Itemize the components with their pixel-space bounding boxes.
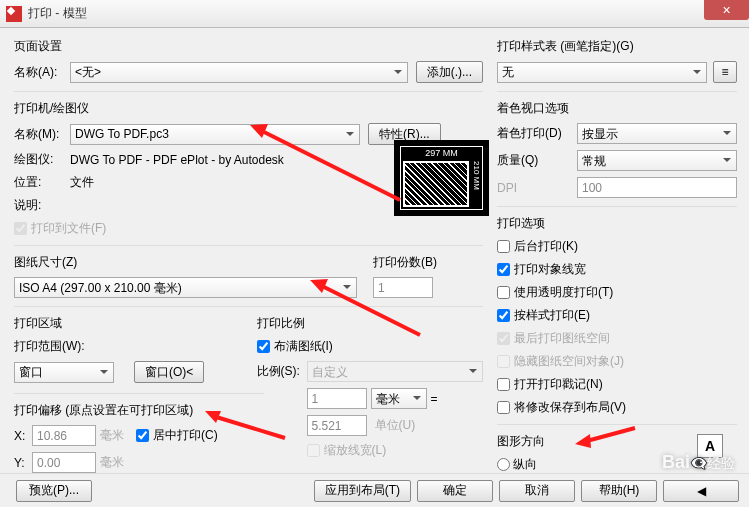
dpi-label: DPI	[497, 181, 577, 195]
apply-button[interactable]: 应用到布局(T)	[314, 480, 411, 502]
scale-lw-checkbox	[307, 444, 320, 457]
paperspace-checkbox	[497, 332, 510, 345]
lw-label: 打印对象线宽	[514, 261, 586, 278]
options-group: 打印选项 后台打印(K) 打印对象线宽 使用透明度打印(T) 按样式打印(E) …	[497, 206, 737, 416]
range-label: 打印范围(W):	[14, 338, 85, 355]
desc-label: 说明:	[14, 197, 70, 214]
style-table-edit-button[interactable]: ≡	[713, 61, 737, 83]
close-button[interactable]: ×	[704, 0, 749, 20]
plotter-value: DWG To PDF - PDF ePlot - by Autodesk	[70, 153, 284, 167]
options-title: 打印选项	[497, 215, 737, 232]
portrait-radio[interactable]	[497, 458, 510, 471]
style-label: 按样式打印(E)	[514, 307, 590, 324]
watermark: Bai👁‍🗨经验	[662, 452, 735, 473]
style-table-group: 打印样式表 (画笔指定)(G) 无 ≡	[497, 38, 737, 83]
preview-width-label: 297 MM	[401, 147, 482, 159]
name-m-label: 名称(M):	[14, 126, 70, 143]
x-input	[32, 425, 96, 446]
style-table-select[interactable]: 无	[497, 62, 707, 83]
trans-label: 使用透明度打印(T)	[514, 284, 613, 301]
shade-label: 着色打印(D)	[497, 125, 577, 142]
bg-label: 后台打印(K)	[514, 238, 578, 255]
to-file-label: 打印到文件(F)	[31, 220, 106, 237]
x-unit: 毫米	[100, 427, 124, 444]
y-label: Y:	[14, 456, 32, 470]
scale-title: 打印比例	[257, 315, 484, 332]
area-title: 打印区域	[14, 315, 241, 332]
save-label: 将修改保存到布局(V)	[514, 399, 626, 416]
page-setup-select[interactable]: <无>	[70, 62, 408, 83]
x-label: X:	[14, 429, 32, 443]
printer-title: 打印机/绘图仪	[14, 100, 483, 117]
where-value: 文件	[70, 174, 94, 191]
scale-lw-label: 缩放线宽(L)	[324, 442, 387, 459]
hideps-label: 隐藏图纸空间对象(J)	[514, 353, 624, 370]
preview-sheet-icon	[403, 161, 469, 207]
name-a-label: 名称(A):	[14, 64, 70, 81]
footer: 预览(P)... 应用到布局(T) 确定 取消 帮助(H) ◀	[0, 473, 749, 507]
bg-checkbox[interactable]	[497, 240, 510, 253]
hideps-checkbox	[497, 355, 510, 368]
fit-checkbox[interactable]	[257, 340, 270, 353]
shade-select[interactable]: 按显示	[577, 123, 737, 144]
draw-unit-label: 单位(U)	[375, 417, 416, 434]
quality-select[interactable]: 常规	[577, 150, 737, 171]
trans-checkbox[interactable]	[497, 286, 510, 299]
range-select[interactable]: 窗口	[14, 362, 114, 383]
draw-num-input	[307, 415, 367, 436]
ratio-label: 比例(S):	[257, 363, 307, 380]
ok-button[interactable]: 确定	[417, 480, 493, 502]
window-button[interactable]: 窗口(O)<	[134, 361, 204, 383]
y-unit: 毫米	[100, 454, 124, 471]
paper-size-select[interactable]: ISO A4 (297.00 x 210.00 毫米)	[14, 277, 357, 298]
to-file-checkbox	[14, 222, 27, 235]
quality-label: 质量(Q)	[497, 152, 577, 169]
collapse-button[interactable]: ◀	[663, 480, 739, 502]
preview-button[interactable]: 预览(P)...	[16, 480, 92, 502]
paper-preview: 297 MM 210 MM	[394, 140, 489, 216]
fit-label: 布满图纸(I)	[274, 338, 333, 355]
add-button[interactable]: 添加(.)...	[416, 61, 483, 83]
equals-label: =	[431, 392, 438, 406]
portrait-label: 纵向	[513, 456, 537, 473]
help-button[interactable]: 帮助(H)	[581, 480, 657, 502]
page-setup-group: 页面设置 名称(A): <无> 添加(.)...	[14, 38, 483, 83]
lw-checkbox[interactable]	[497, 263, 510, 276]
stamp-label: 打开打印戳记(N)	[514, 376, 603, 393]
ratio-select: 自定义	[307, 361, 484, 382]
paperspace-label: 最后打印图纸空间	[514, 330, 610, 347]
unit-select[interactable]: 毫米	[371, 388, 427, 409]
style-table-title: 打印样式表 (画笔指定)(G)	[497, 38, 737, 55]
viewport-group: 着色视口选项 着色打印(D) 按显示 质量(Q) 常规 DPI	[497, 91, 737, 198]
cancel-button[interactable]: 取消	[499, 480, 575, 502]
app-logo-icon	[6, 6, 22, 22]
paper-size-title: 图纸尺寸(Z)	[14, 254, 357, 271]
center-label: 居中打印(C)	[153, 427, 218, 444]
printer-select[interactable]: DWG To PDF.pc3	[70, 124, 360, 145]
copies-input	[373, 277, 433, 298]
save-checkbox[interactable]	[497, 401, 510, 414]
preview-height-label: 210 MM	[471, 159, 482, 209]
page-setup-title: 页面设置	[14, 38, 483, 55]
window-title: 打印 - 模型	[28, 5, 87, 22]
viewport-title: 着色视口选项	[497, 100, 737, 117]
dpi-input	[577, 177, 737, 198]
where-label: 位置:	[14, 174, 70, 191]
y-input	[32, 452, 96, 473]
stamp-checkbox[interactable]	[497, 378, 510, 391]
plotter-label: 绘图仪:	[14, 151, 70, 168]
style-checkbox[interactable]	[497, 309, 510, 322]
unit-num-input	[307, 388, 367, 409]
center-checkbox[interactable]	[136, 429, 149, 442]
titlebar: 打印 - 模型 ×	[0, 0, 749, 28]
copies-title: 打印份数(B)	[373, 254, 483, 271]
